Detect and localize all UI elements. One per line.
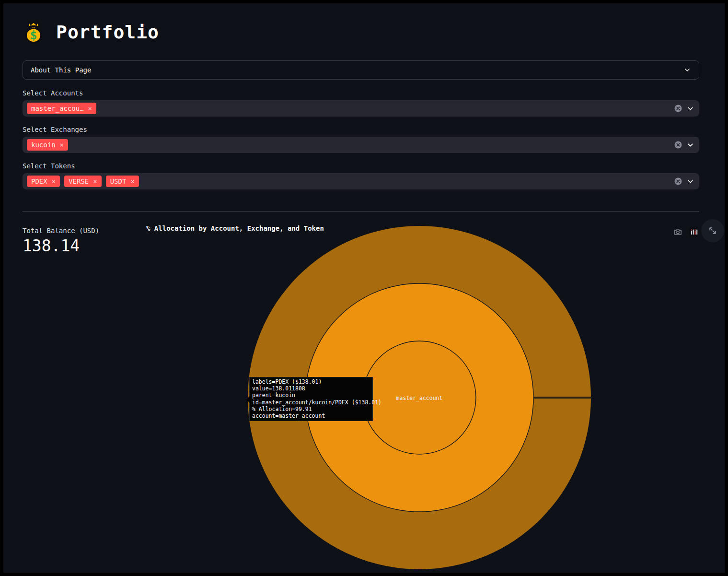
tooltip-line: account=master_account [252,412,370,419]
app-page: master_account $ Portfolio About This Pa… [3,3,725,573]
tooltip-caret [246,396,250,403]
tooltip-line: parent=kucoin [252,392,370,399]
tooltip-line: id=master_account/kucoin/PDEX ($138.01) [252,399,370,406]
sunburst-chart: master_account [3,3,725,573]
chart-hover-tooltip: labels=PDEX ($138.01) value=138.011808 p… [249,377,373,421]
tooltip-line: value=138.011808 [252,385,370,392]
tooltip-line: labels=PDEX ($138.01) [252,378,370,385]
sunburst-center-label: master_account [396,395,443,401]
tooltip-line: % Allocation=99.91 [252,406,370,412]
